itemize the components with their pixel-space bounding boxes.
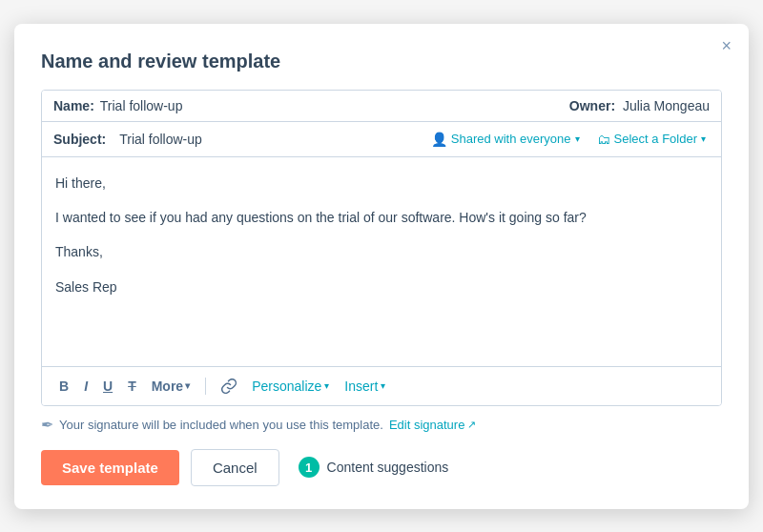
body-line-4: Sales Rep: [55, 276, 708, 297]
name-label: Name:: [53, 98, 94, 113]
link-icon: [221, 379, 237, 394]
chevron-down-icon-2: ▾: [701, 133, 706, 144]
footer-row: Save template Cancel 1 Content suggestio…: [41, 447, 722, 486]
more-button[interactable]: More ▾: [146, 375, 196, 398]
modal-dialog: × Name and review template Name: Owner: …: [14, 24, 749, 509]
chevron-personalize-icon: ▾: [324, 380, 329, 391]
modal-overlay: × Name and review template Name: Owner: …: [0, 0, 763, 532]
email-body: Hi there, I wanted to see if you had any…: [42, 157, 721, 367]
select-folder-button[interactable]: 🗂 Select a Folder ▾: [593, 130, 710, 149]
subject-actions: 👤 Shared with everyone ▾ 🗂 Select a Fold…: [427, 130, 710, 149]
edit-signature-label: Edit signature: [389, 418, 465, 432]
owner-area: Owner: Julia Mongeau: [569, 98, 710, 113]
save-template-button[interactable]: Save template: [41, 450, 179, 485]
close-button[interactable]: ×: [721, 37, 732, 54]
shared-label: Shared with everyone: [451, 132, 571, 146]
template-editor: Name: Owner: Julia Mongeau Subject: Tria…: [41, 90, 722, 406]
more-label: More: [152, 379, 183, 394]
owner-label: Owner:: [569, 98, 615, 113]
owner-value: Julia Mongeau: [623, 98, 710, 113]
folder-icon: 🗂: [597, 132, 610, 147]
chevron-insert-icon: ▾: [381, 380, 385, 391]
external-link-icon: ↗: [467, 419, 476, 431]
signature-icon: ✒: [41, 416, 53, 434]
shared-with-everyone-button[interactable]: 👤 Shared with everyone ▾: [427, 130, 584, 149]
folder-label: Select a Folder: [614, 132, 697, 146]
strikethrough-button[interactable]: T: [122, 375, 142, 398]
name-row: Name: Owner: Julia Mongeau: [42, 91, 721, 122]
italic-button[interactable]: I: [78, 375, 93, 398]
underline-button[interactable]: U: [97, 375, 118, 398]
name-input[interactable]: [100, 98, 569, 113]
signature-text: Your signature will be included when you…: [59, 418, 383, 432]
suggestions-label: Content suggestions: [327, 460, 449, 475]
modal-title: Name and review template: [41, 51, 722, 72]
toolbar-row: B I U T More ▾ Personalize ▾: [42, 367, 721, 405]
personalize-label: Personalize: [252, 379, 321, 394]
content-suggestions[interactable]: 1 Content suggestions: [299, 457, 449, 478]
personalize-button[interactable]: Personalize ▾: [246, 375, 335, 398]
chevron-down-icon: ▾: [575, 133, 580, 144]
cancel-button[interactable]: Cancel: [191, 449, 279, 486]
body-line-2: I wanted to see if you had any questions…: [55, 207, 708, 228]
subject-row: Subject: Trial follow-up 👤 Shared with e…: [42, 122, 721, 157]
body-line-1: Hi there,: [55, 173, 708, 194]
subject-value: Trial follow-up: [119, 132, 420, 147]
bold-button[interactable]: B: [53, 375, 74, 398]
link-button[interactable]: [216, 375, 242, 398]
signature-row: ✒ Your signature will be included when y…: [41, 406, 722, 447]
insert-button[interactable]: Insert ▾: [339, 375, 391, 398]
suggestions-badge: 1: [299, 457, 320, 478]
insert-label: Insert: [344, 379, 378, 394]
edit-signature-link[interactable]: Edit signature ↗: [389, 418, 477, 432]
chevron-more-icon: ▾: [185, 380, 190, 391]
person-upload-icon: 👤: [431, 132, 447, 147]
subject-label: Subject:: [53, 132, 106, 147]
body-line-3: Thanks,: [55, 241, 708, 262]
toolbar-separator: [205, 378, 206, 395]
